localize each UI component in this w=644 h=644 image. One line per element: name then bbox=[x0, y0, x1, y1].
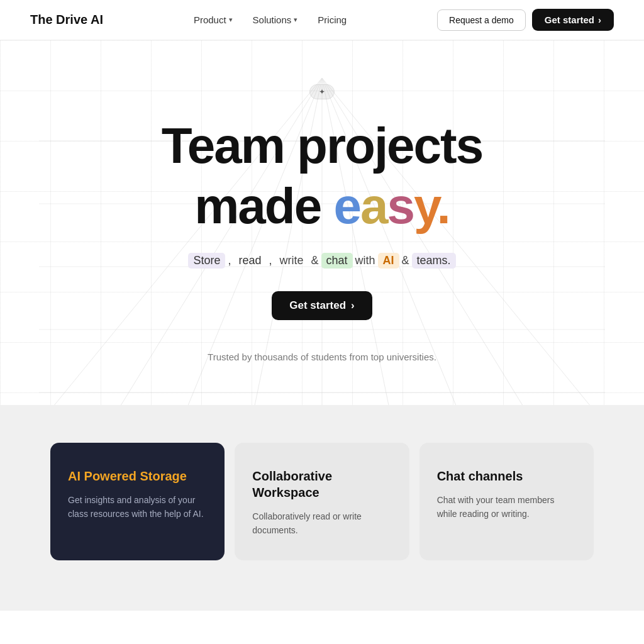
keyword-ai: AI bbox=[378, 253, 399, 269]
keyword-comma1: , bbox=[228, 254, 231, 267]
arrow-right-icon: › bbox=[351, 299, 355, 312]
get-started-hero-button[interactable]: Get started › bbox=[272, 291, 372, 320]
navbar: The Drive AI Product ▾ Solutions ▾ Prici… bbox=[0, 0, 644, 40]
features-section: AI Powered Storage Get insights and anal… bbox=[0, 405, 644, 611]
feature-card-collab: Collaborative Workspace Collaboratively … bbox=[235, 443, 409, 560]
keyword-chat: chat bbox=[321, 253, 353, 269]
keyword-store: Store bbox=[188, 253, 225, 269]
feature-desc-chat: Chat with your team members while readin… bbox=[437, 493, 576, 521]
feature-desc-ai-storage: Get insights and analysis of your class … bbox=[68, 493, 207, 521]
chevron-down-icon: ▾ bbox=[294, 16, 297, 24]
feature-card-ai-storage: AI Powered Storage Get insights and anal… bbox=[50, 443, 225, 560]
features-grid: AI Powered Storage Get insights and anal… bbox=[50, 443, 594, 560]
hero-badge: ✦ bbox=[309, 84, 335, 99]
feature-desc-collab: Collaboratively read or write documents. bbox=[252, 509, 391, 538]
keyword-comma2: , bbox=[269, 254, 272, 267]
keyword-teams: teams. bbox=[412, 253, 456, 269]
nav-solutions[interactable]: Solutions ▾ bbox=[245, 11, 306, 29]
feature-title-ai-storage: AI Powered Storage bbox=[68, 468, 207, 484]
bottom-spacer bbox=[0, 611, 644, 644]
nav-product[interactable]: Product ▾ bbox=[186, 11, 240, 29]
feature-title-chat: Chat channels bbox=[437, 468, 576, 484]
hero-title-line1: Team projects bbox=[13, 118, 631, 174]
nav-actions: Request a demo Get started › bbox=[437, 9, 614, 31]
feature-title-collab: Collaborative Workspace bbox=[252, 468, 391, 501]
logo: The Drive AI bbox=[30, 13, 103, 27]
get-started-nav-button[interactable]: Get started › bbox=[532, 9, 614, 31]
trust-text: Trusted by thousands of students from to… bbox=[13, 352, 631, 362]
arrow-right-icon: › bbox=[598, 14, 601, 25]
chevron-down-icon: ▾ bbox=[229, 16, 233, 24]
keyword-amp2: & bbox=[402, 254, 409, 267]
keyword-amp1: & bbox=[311, 254, 319, 267]
request-demo-button[interactable]: Request a demo bbox=[437, 9, 526, 31]
feature-card-chat: Chat channels Chat with your team member… bbox=[419, 443, 594, 560]
nav-pricing[interactable]: Pricing bbox=[310, 11, 354, 29]
hero-section: ✦ Team projects made easy. Store , read … bbox=[0, 40, 644, 405]
nav-links: Product ▾ Solutions ▾ Pricing bbox=[186, 11, 354, 29]
keyword-write: write bbox=[274, 253, 308, 269]
hero-keywords: Store , read , write & chat with AI & te… bbox=[13, 253, 631, 269]
keyword-with: with bbox=[355, 254, 375, 267]
hero-title-line2: made easy. bbox=[13, 179, 631, 234]
keyword-read: read bbox=[233, 253, 266, 269]
